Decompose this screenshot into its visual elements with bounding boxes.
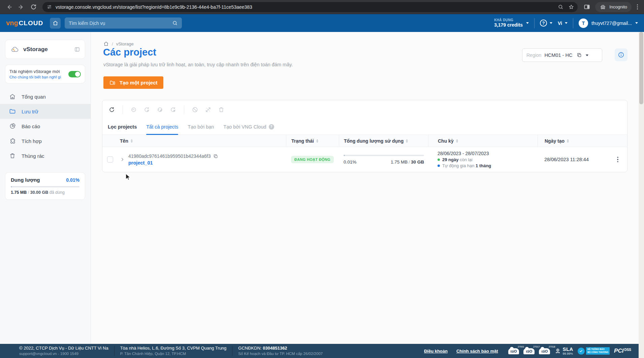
check-icon — [578, 348, 585, 355]
tab-help-icon[interactable] — [269, 124, 274, 130]
sidebar-item-thung-rac[interactable]: Thùng rác — [0, 148, 91, 163]
tab-tat-ca-projects[interactable]: Tất cả projects — [146, 119, 178, 135]
project-link[interactable]: project_01 — [128, 160, 218, 166]
delete-project-button[interactable] — [218, 106, 225, 113]
license-label: GCNĐKDN: — [238, 346, 261, 351]
copy-id-icon[interactable] — [213, 154, 218, 159]
cancel-project-button[interactable] — [192, 106, 198, 113]
collapse-sidebar-button[interactable] — [74, 46, 80, 52]
projects-tabs: Lọc projects Tất cả projects Tạo bởi bạn… — [102, 119, 627, 135]
user-menu[interactable]: T thuyvt727@gmail... — [579, 19, 638, 28]
usage-progress-bar — [11, 186, 79, 187]
browser-reload-button[interactable] — [28, 1, 39, 13]
url-text[interactable]: vstorage.console.vngcloud.vn/storage/lis… — [56, 4, 553, 10]
header-divider — [573, 18, 573, 28]
feedback-link[interactable]: Cho chúng tôi biết bạn nghĩ gì — [9, 75, 61, 79]
feedback-title: Trải nghiệm vStorage mới — [9, 69, 61, 74]
column-header-dung-luong[interactable]: Tổng dung lượng sử dụng — [339, 135, 428, 147]
page-scrollbar[interactable] — [639, 32, 644, 358]
browser-forward-button[interactable] — [15, 1, 27, 13]
service-search-input[interactable] — [69, 21, 172, 26]
auto-renew-button[interactable] — [170, 106, 176, 113]
transfer-project-button[interactable] — [205, 106, 212, 113]
column-header-trang-thai[interactable]: Trạng thái — [286, 135, 339, 147]
iso-number: 27018 — [549, 346, 555, 348]
incognito-icon — [600, 4, 606, 10]
region-info-button[interactable] — [615, 48, 627, 61]
edit-cycle-button[interactable] — [157, 106, 163, 113]
credits-menu[interactable]: KHẢ DỤNG 3,179 credits — [494, 18, 529, 28]
create-project-label: Tạo một project — [120, 80, 158, 85]
auto-renew-icon — [170, 106, 176, 113]
row-checkbox[interactable] — [107, 156, 113, 163]
iso-number: 27001 — [518, 346, 524, 348]
delete-trash-icon — [218, 106, 225, 113]
cycle-remaining-line: 29 ngày còn lại — [438, 157, 538, 162]
header-actions-cell — [608, 135, 627, 147]
iso-27018-badge: ISO 27018 — [539, 348, 550, 354]
row-usage-fill — [344, 155, 345, 156]
report-pie-icon — [9, 123, 16, 130]
bookmark-star-icon[interactable] — [568, 4, 574, 10]
sync-gear-icon — [143, 106, 150, 113]
terms-link[interactable]: Điều khoản — [424, 349, 448, 354]
help-icon — [540, 20, 547, 27]
row-select-cell — [102, 156, 118, 163]
browser-menu-button[interactable] — [634, 3, 641, 11]
sort-icon — [456, 139, 458, 143]
restore-project-button[interactable] — [130, 106, 137, 113]
renew-settings-button[interactable] — [143, 106, 150, 113]
cycle-renew-prefix: Tự động gia hạn — [442, 163, 474, 168]
browser-back-button[interactable] — [3, 1, 15, 13]
console-home-button[interactable] — [50, 18, 61, 29]
sort-icon — [316, 139, 318, 143]
page-subtitle: vStorage là giải pháp lưu trữ linh hoạt,… — [103, 62, 293, 67]
region-selector[interactable]: Region HCM01 - HC — [522, 48, 602, 62]
new-experience-toggle[interactable] — [68, 71, 81, 77]
sidebar-item-luu-tru[interactable]: Lưu trữ — [0, 104, 91, 119]
sla-value: 99.99% — [562, 352, 573, 355]
zoom-icon[interactable] — [558, 4, 564, 10]
overview-home-icon — [9, 93, 16, 100]
create-project-button[interactable]: Tạo một project — [103, 76, 163, 89]
project-id: 41980adc9761461b959501b42344a6f3 — [128, 153, 211, 159]
footer-address: Tòa nhà Helios, L.6, Đường Số 3, CVPM Qu… — [120, 346, 227, 356]
sidebar-item-tich-hop[interactable]: Tích hợp — [0, 134, 91, 148]
cycle-renew-line: Tự động gia hạn 1 tháng — [438, 163, 538, 168]
user-email: thuyvt727@gmail... — [591, 21, 632, 26]
side-panel-button[interactable] — [581, 1, 592, 13]
column-header-ten[interactable]: Tên — [118, 135, 286, 147]
sort-icon — [567, 139, 569, 143]
sidebar-item-tong-quan[interactable]: Tổng quan — [0, 89, 91, 104]
copy-region-icon[interactable] — [577, 52, 582, 58]
refresh-button[interactable] — [108, 106, 115, 113]
iso-label: ISO — [539, 348, 550, 354]
search-icon — [172, 20, 178, 26]
blue-dot-icon — [438, 165, 440, 167]
site-settings-icon — [46, 4, 52, 10]
tab-tao-boi-vng-cloud[interactable]: Tạo bởi VNG Cloud — [223, 119, 274, 135]
tab-label: Tạo bởi VNG Cloud — [223, 124, 266, 130]
feedback-card: Trải nghiệm vStorage mới Cho chúng tôi b… — [5, 65, 85, 83]
footer-divider — [114, 346, 115, 356]
address-bar[interactable]: vstorage.console.vngcloud.vn/storage/lis… — [42, 2, 578, 12]
privacy-link[interactable]: Chính sách bảo mật — [456, 349, 498, 354]
column-label: Trạng thái — [291, 138, 314, 144]
tab-tao-boi-ban[interactable]: Tạo bởi bạn — [188, 119, 214, 135]
column-header-chu-ky[interactable]: Chu kỳ — [428, 135, 538, 147]
help-menu[interactable] — [540, 20, 552, 27]
language-menu[interactable]: Vi — [558, 21, 568, 26]
iso-label: ISO — [523, 348, 535, 354]
row-menu-button[interactable] — [614, 155, 621, 164]
scrollbar-thumb[interactable] — [639, 32, 643, 104]
row-expander[interactable] — [120, 157, 125, 162]
project-id-line: 41980adc9761461b959501b42344a6f3 — [128, 153, 218, 159]
breadcrumb-home-icon[interactable] — [103, 41, 109, 46]
logo-vng: vng — [6, 19, 18, 27]
breadcrumb-item-vstorage[interactable]: vStorage — [116, 41, 134, 46]
toolbar-divider — [123, 105, 123, 114]
column-header-ngay-tao[interactable]: Ngày tạo — [538, 135, 608, 147]
sidebar-item-bao-cao[interactable]: Báo cáo — [0, 119, 91, 134]
status-badge: ĐANG HOẠT ĐỘNG — [291, 156, 334, 163]
row-created-cell: 28/06/2023 11:28:44 — [538, 157, 608, 162]
